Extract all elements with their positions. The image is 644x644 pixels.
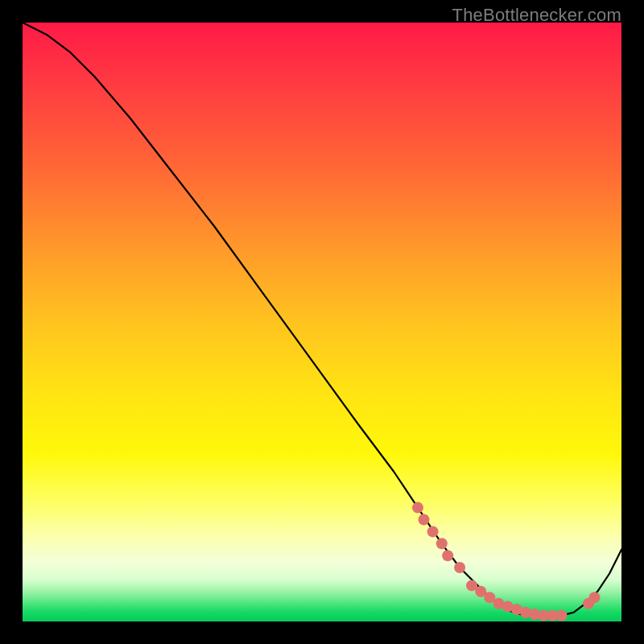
curve-svg	[23, 23, 621, 621]
highlight-dot	[589, 592, 601, 603]
highlight-dot	[454, 562, 465, 573]
highlight-dot	[427, 526, 439, 537]
highlight-dot	[442, 550, 453, 561]
highlight-dot	[556, 610, 568, 621]
highlight-dot	[412, 502, 423, 514]
highlight-dots	[412, 502, 601, 621]
chart-frame: TheBottlenecker.com	[0, 0, 644, 644]
plot-area	[23, 23, 621, 621]
bottleneck-curve	[23, 23, 621, 616]
highlight-dot	[436, 538, 448, 549]
highlight-dot	[419, 514, 430, 526]
